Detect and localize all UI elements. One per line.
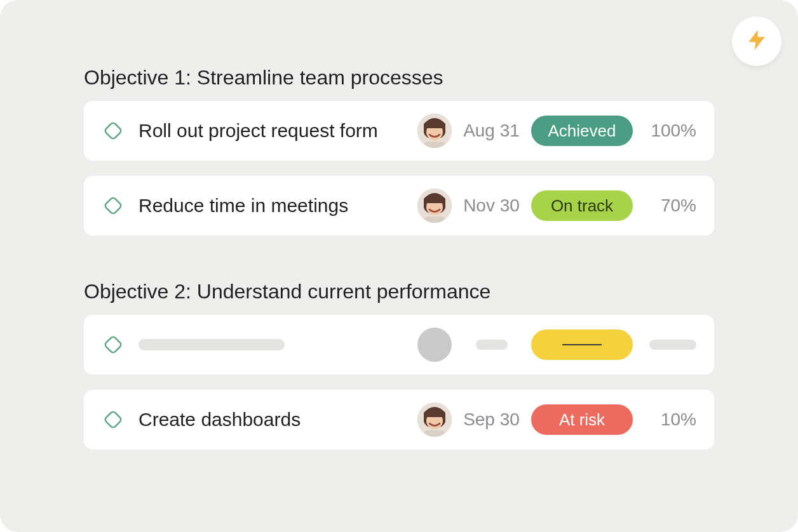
progress-value: 100% — [633, 121, 696, 141]
lightning-bolt-icon — [745, 28, 769, 55]
placeholder-avatar-skeleton — [417, 328, 452, 362]
placeholder-date-skeleton — [476, 340, 508, 350]
svg-rect-4 — [424, 142, 445, 148]
status-badge[interactable]: Achieved — [531, 116, 633, 146]
svg-rect-3 — [426, 123, 443, 128]
key-result-title: Reduce time in meetings — [139, 195, 348, 216]
svg-rect-14 — [426, 411, 443, 417]
key-result-row[interactable]: Create dashboards Sep 30 At risk 10% — [84, 390, 714, 449]
due-date: Sep 30 — [452, 409, 531, 430]
goal-diamond-icon — [100, 193, 126, 218]
svg-rect-9 — [424, 216, 445, 223]
placeholder-title-skeleton — [139, 339, 285, 350]
placeholder-progress-skeleton — [649, 340, 696, 350]
assignee-avatar[interactable] — [417, 189, 452, 223]
svg-rect-0 — [104, 122, 122, 140]
svg-rect-5 — [104, 197, 122, 215]
assignee-avatar[interactable] — [417, 114, 452, 148]
objectives-list: Objective 1: Streamline team processes R… — [84, 66, 714, 449]
key-result-row[interactable]: Roll out project request form Aug 31 Ach… — [84, 101, 714, 161]
goal-diamond-icon — [100, 332, 126, 357]
progress-value: 10% — [633, 409, 696, 430]
svg-rect-11 — [104, 411, 122, 429]
due-date: Nov 30 — [452, 196, 531, 216]
objective-group: Objective 2: Understand current performa… — [84, 280, 714, 449]
goal-diamond-icon — [100, 118, 126, 143]
key-result-title: Create dashboards — [139, 409, 301, 430]
status-badge-placeholder[interactable] — [531, 329, 633, 360]
svg-rect-10 — [104, 336, 122, 354]
status-badge[interactable]: At risk — [531, 404, 633, 435]
status-badge[interactable]: On track — [531, 190, 633, 221]
assignee-avatar[interactable] — [417, 402, 452, 437]
key-result-row-placeholder[interactable] — [84, 315, 714, 375]
key-result-row[interactable]: Reduce time in meetings Nov 30 On track … — [84, 176, 714, 236]
key-result-title: Roll out project request form — [139, 120, 378, 142]
goal-diamond-icon — [100, 407, 126, 432]
objective-group: Objective 1: Streamline team processes R… — [84, 66, 714, 236]
objective-heading: Objective 2: Understand current performa… — [84, 280, 714, 303]
lightning-button[interactable] — [732, 17, 781, 66]
svg-rect-8 — [426, 197, 443, 203]
objective-heading: Objective 1: Streamline team processes — [84, 66, 714, 90]
due-date: Aug 31 — [452, 121, 531, 141]
progress-value: 70% — [633, 196, 696, 216]
svg-rect-15 — [424, 430, 445, 437]
okr-canvas: Objective 1: Streamline team processes R… — [0, 0, 798, 532]
